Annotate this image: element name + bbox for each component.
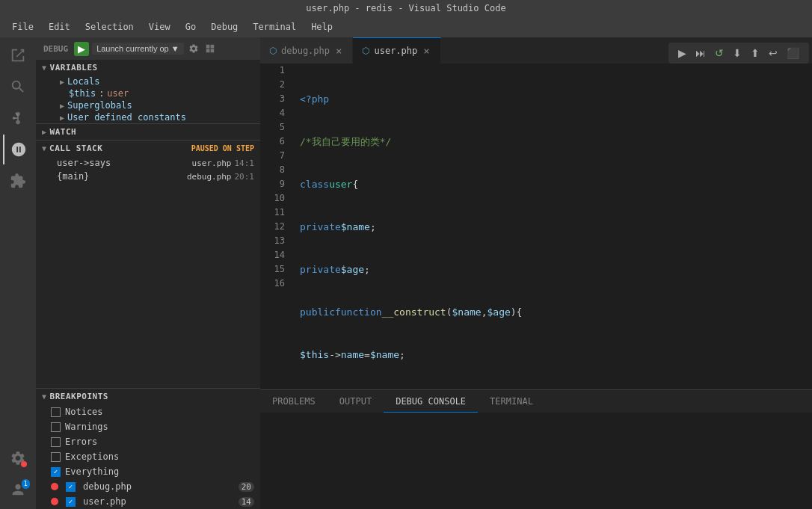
bp-debug-php[interactable]: debug.php 20 — [36, 479, 260, 494]
menu-debug[interactable]: Debug — [205, 20, 244, 34]
code-content: <?php /*我自己要用的类*/ class user { private $… — [294, 64, 812, 389]
activity-bar — [0, 37, 36, 509]
activity-git[interactable] — [3, 103, 33, 133]
tab-close-2[interactable]: × — [422, 45, 431, 57]
debug-label: DEBUG — [40, 44, 71, 54]
callstack-section: ▼ CALL STACK PAUSED ON STEP user->says u… — [36, 140, 260, 183]
debug-play-button[interactable]: ▶ — [74, 42, 89, 56]
menu-edit[interactable]: Edit — [43, 20, 76, 34]
tab-close-1[interactable]: × — [334, 45, 343, 57]
menu-file[interactable]: File — [6, 20, 40, 34]
bp-errors-checkbox[interactable] — [51, 437, 61, 447]
php-icon-1: ⬡ — [269, 46, 277, 56]
bp-debug-checkbox[interactable] — [66, 482, 76, 492]
superglobals-item[interactable]: ▶ Superglobals — [36, 99, 260, 111]
breakpoints-header[interactable]: ▼ BREAKPOINTS — [36, 389, 260, 404]
dbg-step-into[interactable]: ⬇ — [729, 46, 745, 61]
code-line-1: <?php — [300, 92, 812, 106]
activity-debug[interactable] — [3, 135, 33, 164]
code-line-2: /*我自己要用的类*/ — [300, 135, 812, 149]
debug-layout-icon[interactable] — [203, 42, 217, 55]
bp-red-dot-2 — [51, 498, 58, 505]
content-area: ⬡ debug.php × ⬡ user.php × ▶ ⏭ ↺ ⬇ ⬆ ↩ ⬛ — [260, 37, 812, 509]
bp-warnings-checkbox[interactable] — [51, 422, 61, 432]
menu-selection[interactable]: Selection — [79, 20, 140, 34]
dbg-stop[interactable]: ⬛ — [783, 46, 803, 61]
dbg-restart[interactable]: ↺ — [711, 46, 728, 61]
paused-badge: PAUSED ON STEP — [191, 144, 254, 152]
debug-config-dropdown[interactable]: Launch currently op ▼ — [92, 43, 184, 55]
callstack-item-says[interactable]: user->says user.php 14:1 — [36, 156, 260, 170]
activity-explorer[interactable] — [3, 40, 33, 70]
panel-tabs: PROBLEMS OUTPUT DEBUG CONSOLE TERMINAL — [260, 390, 812, 413]
user-constants-item[interactable]: ▶ User defined constants — [36, 111, 260, 123]
debug-action-bar: ▶ ⏭ ↺ ⬇ ⬆ ↩ ⬛ — [668, 43, 809, 64]
bottom-panel: PROBLEMS OUTPUT DEBUG CONSOLE TERMINAL — [260, 389, 812, 509]
menu-bar: File Edit Selection View Go Debug Termin… — [0, 16, 812, 37]
bp-user-php[interactable]: user.php 14 — [36, 494, 260, 509]
bp-notices-checkbox[interactable] — [51, 407, 61, 417]
callstack-item-main[interactable]: {main} debug.php 20:1 — [36, 170, 260, 183]
code-line-7: $this->name=$name; — [300, 348, 812, 362]
tab-bar: ⬡ debug.php × ⬡ user.php × ▶ ⏭ ↺ ⬇ ⬆ ↩ ⬛ — [260, 37, 812, 64]
code-line-3: class user { — [300, 177, 812, 191]
debug-toolbar: DEBUG ▶ Launch currently op ▼ — [36, 37, 260, 60]
dbg-step-out[interactable]: ⬆ — [747, 46, 763, 61]
panel-tab-debug-console[interactable]: DEBUG CONSOLE — [384, 390, 478, 413]
bp-warnings[interactable]: Warnings — [36, 419, 260, 434]
activity-search[interactable] — [3, 72, 33, 102]
watch-header[interactable]: ▶ WATCH — [36, 124, 260, 140]
panel-tab-terminal[interactable]: TERMINAL — [478, 390, 545, 413]
sidebar: DEBUG ▶ Launch currently op ▼ ▼ VARIABLE… — [36, 37, 260, 509]
activity-extensions[interactable] — [3, 166, 33, 196]
title-bar: user.php - redis - Visual Studio Code — [0, 0, 812, 16]
callstack-header[interactable]: ▼ CALL STACK PAUSED ON STEP — [36, 141, 260, 156]
line-numbers: 1 2 3 4 5 6 7 8 9 10 11 12 13 14 15 16 — [260, 64, 294, 389]
bp-exceptions[interactable]: Exceptions — [36, 449, 260, 464]
php-icon-2: ⬡ — [362, 46, 369, 56]
menu-help[interactable]: Help — [305, 20, 339, 34]
bp-user-checkbox[interactable] — [66, 497, 76, 507]
variables-section: ▼ VARIABLES ▶ Locals $this: user ▶ Super… — [36, 60, 260, 123]
bp-notices[interactable]: Notices — [36, 404, 260, 419]
panel-tab-problems[interactable]: PROBLEMS — [260, 390, 327, 413]
bp-user-count: 14 — [239, 497, 254, 507]
svg-point-0 — [16, 120, 20, 125]
panel-tab-output[interactable]: OUTPUT — [327, 390, 384, 413]
bp-everything-checkbox[interactable] — [51, 467, 61, 477]
breakpoints-section: ▼ BREAKPOINTS Notices Warnings Errors Ex… — [36, 388, 260, 509]
debug-gear-icon[interactable] — [187, 42, 200, 55]
dbg-continue[interactable]: ▶ — [674, 46, 690, 61]
code-editor[interactable]: 1 2 3 4 5 6 7 8 9 10 11 12 13 14 15 16 — [260, 64, 812, 389]
variables-header[interactable]: ▼ VARIABLES — [36, 60, 260, 75]
panel-content — [260, 413, 812, 509]
dbg-step-back[interactable]: ↩ — [765, 46, 781, 61]
code-line-5: private $age; — [300, 262, 812, 277]
bp-debug-count: 20 — [239, 482, 254, 492]
this-item[interactable]: $this: user — [36, 87, 260, 99]
tab-debug-php[interactable]: ⬡ debug.php × — [260, 37, 353, 64]
bp-red-dot-1 — [51, 483, 58, 490]
code-line-4: private $name; — [300, 220, 812, 234]
editor-area: 1 2 3 4 5 6 7 8 9 10 11 12 13 14 15 16 — [260, 64, 812, 389]
menu-go[interactable]: Go — [179, 20, 202, 34]
menu-view[interactable]: View — [143, 20, 176, 34]
code-line-6: public function __construct($name,$age){ — [300, 305, 812, 319]
bp-exceptions-checkbox[interactable] — [51, 452, 61, 462]
activity-settings[interactable] — [3, 443, 33, 473]
dbg-step-over[interactable]: ⏭ — [692, 46, 710, 61]
activity-account[interactable] — [3, 475, 33, 505]
bp-errors[interactable]: Errors — [36, 434, 260, 449]
tab-user-php[interactable]: ⬡ user.php × — [353, 37, 440, 64]
watch-section: ▶ WATCH — [36, 123, 260, 140]
locals-item[interactable]: ▶ Locals — [36, 75, 260, 87]
bp-everything[interactable]: Everything — [36, 464, 260, 479]
menu-terminal[interactable]: Terminal — [247, 20, 302, 34]
